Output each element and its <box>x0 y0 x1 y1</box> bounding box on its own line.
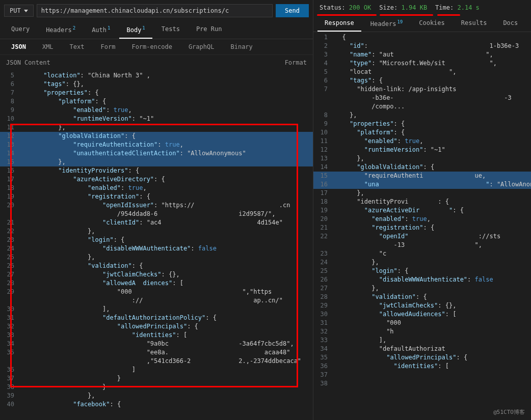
http-method-select[interactable]: PUT <box>4 5 34 17</box>
code-line: 27 "jwtClaimChecks": {}, <box>0 270 313 279</box>
tab-resp-headers[interactable]: Headers19 <box>363 15 410 32</box>
code-line: 31 "000 <box>313 319 531 327</box>
code-line: 33 ], <box>313 336 531 345</box>
code-line: 28 "allowedA diences": [ <box>0 279 313 288</box>
body-type-tabs: JSON XML Text Form Form-encode GraphQL B… <box>0 39 313 55</box>
code-line: 23 "login": { <box>0 236 313 244</box>
code-line: 35 "ee8a. acaa48" <box>0 348 313 357</box>
code-line: 19 "azureActiveDir ": { <box>313 206 531 215</box>
subtab-form[interactable]: Form <box>94 39 123 54</box>
code-line: 11 }, <box>0 123 313 132</box>
subtab-json[interactable]: JSON <box>4 39 33 54</box>
code-line: 10 "runtimeVersion": "~1" <box>0 115 313 123</box>
tab-body[interactable]: Body1 <box>119 21 152 39</box>
code-line: 38 <box>313 379 531 388</box>
code-line: 17 }, <box>313 189 531 198</box>
highlight-annotation <box>437 14 460 16</box>
subtab-formencode[interactable]: Form-encode <box>124 39 179 54</box>
response-tabs: Response Headers19 Cookies Results Docs <box>313 15 531 32</box>
tab-query[interactable]: Query <box>4 21 37 39</box>
code-line: -13 ", <box>313 241 531 249</box>
code-line: 7 "hidden-link: /app-insights <box>313 85 531 94</box>
code-line: 40 "facebook": { <box>0 400 313 409</box>
code-line: 7 "properties": { <box>0 89 313 97</box>
chevron-down-icon <box>24 10 28 12</box>
code-line: /compo... <box>313 102 531 111</box>
code-line: 14 "globalValidation": { <box>313 163 531 172</box>
watermark: @51CTO博客 <box>493 408 525 416</box>
code-line: 34 "9a0bc -3a64f7cbc5d8", <box>0 340 313 348</box>
code-line: 29 "000 ","https <box>0 288 313 296</box>
response-status-bar: Status: 200 OK Size: 1.94 KB Time: 2.14 … <box>313 0 531 15</box>
format-button[interactable]: Format <box>285 59 307 66</box>
code-line: 33 "identities": [ <box>0 331 313 340</box>
code-line: 26 "validation": { <box>0 262 313 270</box>
tab-headers[interactable]: Headers2 <box>39 21 83 39</box>
code-line: 38 } <box>0 383 313 391</box>
content-header-label: JSON Content <box>6 59 50 66</box>
code-line: /954ddad8-6 i2d9587/", <box>0 210 313 218</box>
code-line: 8 }, <box>313 111 531 120</box>
code-line: 20 "enabled": true, <box>313 215 531 223</box>
code-line: 12 "globalValidation": { <box>0 132 313 141</box>
code-line: 2 "id": 1-b36e-3 <box>313 42 531 50</box>
code-line: 1 { <box>313 33 531 42</box>
code-line: 39 }, <box>0 391 313 400</box>
code-line: 5 "locat ", <box>313 68 531 76</box>
code-line: 31 "defaultAuthorizationPolicy": { <box>0 314 313 322</box>
subtab-binary[interactable]: Binary <box>223 39 259 54</box>
code-line: 24 "disableWWWAuthenticate": false <box>0 244 313 253</box>
code-line: 18 "identityProvi : { <box>313 198 531 206</box>
code-line: 6 "tags": { <box>313 76 531 85</box>
subtab-xml[interactable]: XML <box>35 39 61 54</box>
code-line: 26 "disableWWWAuthenticate": false <box>313 275 531 284</box>
code-line: 34 "defaultAuthorizat <box>313 345 531 353</box>
code-line: 21 "registration": { <box>313 223 531 232</box>
code-line: 5 "location": "China North 3" , <box>0 71 313 80</box>
code-line: 36 "identities": [ <box>313 362 531 371</box>
code-line: 35 "allowedPrincipals": { <box>313 353 531 362</box>
code-line: 23 "c <box>313 249 531 258</box>
tab-tests[interactable]: Tests <box>154 21 187 39</box>
code-line: 3 "name": "aut ", <box>313 50 531 59</box>
tab-prerun[interactable]: Pre Run <box>189 21 229 39</box>
code-line: 8 "platform": { <box>0 97 313 106</box>
subtab-graphql[interactable]: GraphQL <box>181 39 222 54</box>
url-input[interactable] <box>37 4 273 17</box>
code-line: 16 "una ": "AllowAnonym <box>313 180 531 189</box>
code-line: 20 "openIdIssuer": "https:// .cn <box>0 201 313 210</box>
code-line: 9 "properties": { <box>313 120 531 128</box>
code-line: 37 <box>313 371 531 379</box>
tab-cookies[interactable]: Cookies <box>412 15 452 32</box>
code-line: 25 }, <box>0 253 313 262</box>
code-line: 15 }, <box>0 158 313 166</box>
code-line: 13 "requireAuthentication": true, <box>0 141 313 149</box>
tab-results[interactable]: Results <box>454 15 494 32</box>
code-line: 32 "allowedPrincipals": { <box>0 322 313 331</box>
send-button[interactable]: Send <box>276 4 309 17</box>
code-line: 30 "allowedAudiences": [ <box>313 310 531 319</box>
request-body-editor[interactable]: 5 "location": "China North 3" ,6 "tags":… <box>0 70 313 420</box>
http-method-label: PUT <box>10 7 21 14</box>
code-line: 13 }, <box>313 154 531 163</box>
code-line: 4 "type": "Microsoft.Web/sit ", <box>313 59 531 68</box>
code-line: 24 }, <box>313 258 531 267</box>
highlight-annotation <box>380 14 433 16</box>
code-line: 30 ], <box>0 305 313 314</box>
code-line: 25 "login": { <box>313 267 531 275</box>
code-line: 17 "azureActiveDirectory": { <box>0 175 313 184</box>
code-line: :// ap..cn/" <box>0 296 313 305</box>
code-line: 14 "unauthenticatedClientAction": "Allow… <box>0 149 313 158</box>
tab-docs[interactable]: Docs <box>496 15 525 32</box>
request-tabs: Query Headers2 Auth1 Body1 Tests Pre Run <box>0 21 313 39</box>
code-line: 9 "enabled": true, <box>0 106 313 115</box>
code-line: 12 "runtimeVersion": "~1" <box>313 146 531 154</box>
code-line: ,"541cd366-2 2.,-2374ddbecaca" <box>0 357 313 366</box>
code-line: 10 "platform": { <box>313 128 531 137</box>
highlight-annotation <box>317 14 377 16</box>
tab-auth[interactable]: Auth1 <box>85 21 117 39</box>
tab-response[interactable]: Response <box>317 15 361 32</box>
subtab-text[interactable]: Text <box>63 39 92 54</box>
code-line: 21 "clientId": "ac4 4d154e" <box>0 218 313 227</box>
response-body-viewer[interactable]: 1 {2 "id": 1-b36e-33 "name": "aut ",4 "t… <box>313 32 531 420</box>
